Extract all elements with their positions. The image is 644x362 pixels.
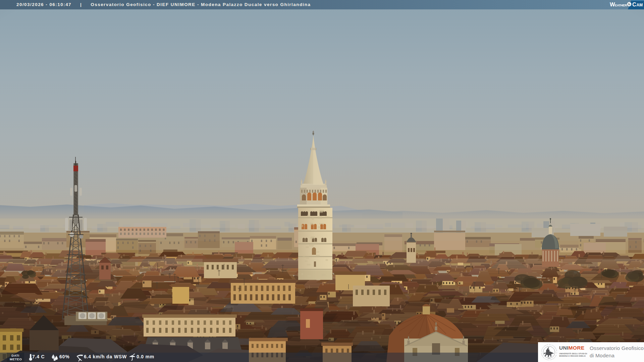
svg-text:W: W [610,1,615,7]
svg-text:AM: AM [637,3,643,7]
svg-text:C: C [632,1,636,7]
svg-text:1175: 1175 [548,358,550,359]
svg-text:EATHER: EATHER [615,3,627,7]
